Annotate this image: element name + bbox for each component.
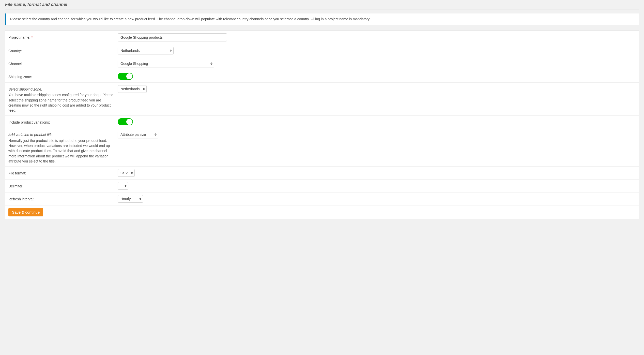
label-shipping-zone-text: Shipping zone: bbox=[8, 75, 32, 79]
row-refresh-interval: Refresh interval: Hourly bbox=[5, 193, 639, 205]
row-country: Country: Netherlands bbox=[5, 44, 639, 57]
chevron-updown-icon bbox=[170, 50, 172, 52]
label-channel: Channel: bbox=[8, 60, 118, 66]
delimiter-select[interactable]: ; bbox=[118, 182, 128, 190]
row-file-format: File format: CSV bbox=[5, 167, 639, 180]
variation-attr-select-value: Attribute pa size bbox=[120, 132, 146, 137]
info-box: Please select the country and channel fo… bbox=[5, 13, 639, 25]
refresh-interval-select-value: Hourly bbox=[120, 197, 131, 201]
channel-select[interactable]: Google Shopping bbox=[118, 60, 214, 67]
label-select-shipping-zone: Select shipping zone: You have multiple … bbox=[8, 85, 118, 113]
variation-attr-select[interactable]: Attribute pa size bbox=[118, 131, 158, 138]
label-project-name: Project name: * bbox=[8, 33, 118, 40]
label-delimiter: Delimiter: bbox=[8, 182, 118, 189]
label-include-variations-text: Include product variations: bbox=[8, 120, 50, 124]
row-include-variations: Include product variations: bbox=[5, 116, 639, 128]
label-delimiter-text: Delimiter: bbox=[8, 184, 23, 188]
label-select-shipping-zone-text: Select shipping zone: bbox=[8, 87, 114, 92]
label-channel-text: Channel: bbox=[8, 62, 23, 66]
row-actions: Save & continue bbox=[5, 205, 639, 219]
refresh-interval-select[interactable]: Hourly bbox=[118, 195, 143, 203]
shipping-zone-toggle[interactable] bbox=[118, 73, 133, 80]
file-format-select[interactable]: CSV bbox=[118, 169, 135, 177]
chevron-updown-icon bbox=[131, 172, 133, 174]
label-file-format: File format: bbox=[8, 169, 118, 176]
label-country-text: Country: bbox=[8, 49, 22, 53]
required-asterisk: * bbox=[31, 35, 33, 39]
label-file-format-text: File format: bbox=[8, 171, 26, 175]
label-country: Country: bbox=[8, 47, 118, 53]
row-variation-title: Add variation to product title: Normally… bbox=[5, 128, 639, 167]
save-continue-button[interactable]: Save & continue bbox=[8, 208, 43, 216]
section-heading: File name, format and channel bbox=[5, 2, 639, 9]
channel-select-value: Google Shopping bbox=[120, 62, 148, 66]
form-table: Project name: * Country: Netherlands Cha… bbox=[5, 31, 639, 219]
row-delimiter: Delimiter: ; bbox=[5, 180, 639, 193]
country-select[interactable]: Netherlands bbox=[118, 47, 174, 54]
file-format-select-value: CSV bbox=[120, 171, 128, 175]
label-variation-title-sub: Normally just the product title is uploa… bbox=[8, 138, 114, 164]
label-variation-title-text: Add variation to product title: bbox=[8, 132, 114, 137]
label-refresh-interval-text: Refresh interval: bbox=[8, 197, 34, 201]
label-variation-title: Add variation to product title: Normally… bbox=[8, 131, 118, 164]
include-variations-toggle[interactable] bbox=[118, 118, 133, 125]
toggle-knob bbox=[126, 119, 132, 125]
country-select-value: Netherlands bbox=[120, 49, 140, 53]
toggle-knob bbox=[126, 73, 132, 79]
chevron-updown-icon bbox=[210, 63, 212, 65]
label-shipping-zone: Shipping zone: bbox=[8, 73, 118, 79]
shipping-zone-select-value: Netherlands bbox=[120, 87, 140, 91]
chevron-updown-icon bbox=[125, 185, 127, 187]
label-refresh-interval: Refresh interval: bbox=[8, 195, 118, 202]
row-select-shipping-zone: Select shipping zone: You have multiple … bbox=[5, 83, 639, 116]
row-channel: Channel: Google Shopping bbox=[5, 57, 639, 70]
chevron-updown-icon bbox=[143, 88, 145, 90]
row-project-name: Project name: * bbox=[5, 31, 639, 44]
delimiter-select-value: ; bbox=[120, 184, 121, 188]
label-include-variations: Include product variations: bbox=[8, 118, 118, 125]
row-shipping-zone: Shipping zone: bbox=[5, 70, 639, 83]
chevron-updown-icon bbox=[155, 134, 157, 136]
label-select-shipping-zone-sub: You have multiple shipping zones configu… bbox=[8, 92, 114, 113]
label-project-name-text: Project name: bbox=[8, 35, 30, 39]
chevron-updown-icon bbox=[139, 198, 141, 200]
shipping-zone-select[interactable]: Netherlands bbox=[118, 85, 147, 93]
project-name-input[interactable] bbox=[118, 33, 227, 41]
